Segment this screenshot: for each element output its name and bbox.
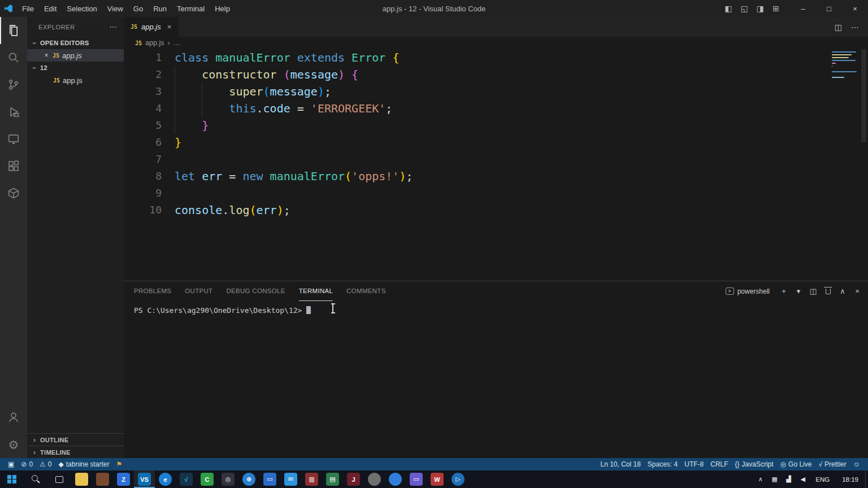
app-icon-brown[interactable] <box>92 470 113 488</box>
tab-close-icon[interactable]: × <box>167 23 172 31</box>
clock[interactable]: 18:19 <box>835 476 865 483</box>
tray-input-icon[interactable]: ▦ <box>767 470 782 488</box>
errors-status[interactable]: ⊘0 <box>18 458 36 470</box>
folder-header[interactable]: › 12 <box>27 62 124 74</box>
terminal-shell-select[interactable]: > powershell <box>726 287 770 295</box>
code-line[interactable]: 9 <box>124 185 868 202</box>
minimize-button[interactable]: – <box>790 0 816 17</box>
indentation[interactable]: Spaces: 4 <box>644 458 681 470</box>
app-icon-monitor[interactable]: ▭ <box>259 470 280 488</box>
app-icon-green[interactable]: C <box>197 470 218 488</box>
eol[interactable]: CRLF <box>707 458 731 470</box>
sidebar-more-actions[interactable]: ⋯ <box>109 23 117 31</box>
app-icon-check[interactable]: √ <box>176 470 197 488</box>
start-button[interactable] <box>0 470 24 488</box>
activity-remote-explorer[interactable] <box>0 125 27 152</box>
minimap[interactable] <box>832 51 859 80</box>
feedback[interactable]: ☺ <box>850 458 863 470</box>
code-line[interactable]: 6} <box>124 134 868 151</box>
app-icon-maroon[interactable]: J <box>343 470 364 488</box>
activity-search[interactable] <box>0 44 27 71</box>
open-editor-item[interactable]: × JS app.js <box>27 49 124 62</box>
app-icon-doc[interactable]: ▤ <box>322 470 343 488</box>
app-icon-mail[interactable]: ✉ <box>280 470 301 488</box>
tab-appjs[interactable]: JS app.js × <box>124 17 179 37</box>
language-indicator[interactable]: ENG <box>810 476 835 483</box>
code-line[interactable]: 7 <box>124 151 868 168</box>
open-editors-header[interactable]: › OPEN EDITORS <box>27 37 124 49</box>
file-explorer-icon[interactable] <box>71 470 92 488</box>
prettier[interactable]: √Prettier <box>815 458 849 470</box>
tabnine-status[interactable]: ◆tabnine starter <box>55 458 113 470</box>
app-icon-blue[interactable] <box>385 470 406 488</box>
language-mode[interactable]: {}JavaScript <box>732 458 777 470</box>
app-icon-purple[interactable]: ▭ <box>406 470 427 488</box>
timeline-section[interactable]: › TIMELINE <box>27 446 124 458</box>
code-line[interactable]: 5 } <box>124 117 868 134</box>
maximize-panel-button[interactable]: ∧ <box>839 287 847 295</box>
code-line[interactable]: 4 this.code = 'ERRORGEEK'; <box>124 100 868 117</box>
breadcrumb[interactable]: JS app.js › … <box>124 37 868 49</box>
customize-layout-icon[interactable]: ⊞ <box>770 4 782 13</box>
vscode-icon[interactable]: VS <box>134 470 155 488</box>
kill-terminal-button[interactable] <box>824 289 832 294</box>
split-terminal-button[interactable]: ◫ <box>809 287 817 295</box>
app-icon-z[interactable]: Z <box>113 470 134 488</box>
menu-view[interactable]: View <box>102 0 128 17</box>
toggle-panel-icon[interactable]: ◱ <box>738 4 750 13</box>
network-icon[interactable]: ▟ <box>782 470 796 488</box>
split-editor-icon[interactable]: ◫ <box>835 23 842 32</box>
toggle-sidebar-icon[interactable]: ◧ <box>722 4 735 13</box>
toggle-secondary-sidebar-icon[interactable]: ◨ <box>754 4 766 13</box>
encoding[interactable]: UTF-8 <box>681 458 707 470</box>
outline-section[interactable]: › OUTLINE <box>27 433 124 446</box>
go-live[interactable]: ◎Go Live <box>777 458 815 470</box>
panel-tab-output[interactable]: OUTPUT <box>185 281 212 301</box>
panel-tab-comments[interactable]: COMMENTS <box>346 281 385 301</box>
panel-tab-debug-console[interactable]: DEBUG CONSOLE <box>226 281 285 301</box>
editor-more-actions-icon[interactable]: ⋯ <box>851 23 859 32</box>
app-icon-media[interactable]: ▷ <box>448 470 468 488</box>
file-item-appjs[interactable]: JS app.js <box>27 74 124 86</box>
close-panel-button[interactable]: × <box>853 287 861 295</box>
volume-icon[interactable]: ◀ <box>796 470 810 488</box>
activity-account[interactable] <box>0 404 27 431</box>
code-line[interactable]: 1class manualError extends Error { <box>124 49 868 66</box>
warnings-status[interactable]: ⚠0 <box>36 458 55 470</box>
close-editor-icon[interactable]: × <box>43 51 50 59</box>
tabnine-flame[interactable]: ⚑ <box>113 458 126 470</box>
menu-go[interactable]: Go <box>128 0 148 17</box>
activity-extensions[interactable] <box>0 152 27 180</box>
taskbar-search-button[interactable] <box>24 470 47 488</box>
breadcrumb-tail[interactable]: … <box>173 39 181 47</box>
activity-explorer[interactable] <box>0 17 27 44</box>
code-line[interactable]: 2 constructor (message) { <box>124 66 868 83</box>
task-view-button[interactable] <box>47 470 71 488</box>
app-icon-w[interactable]: W <box>427 470 448 488</box>
app-icon-red[interactable]: ▥ <box>301 470 322 488</box>
code-line[interactable]: 8let err = new manualError('opps!'); <box>124 168 868 185</box>
activity-package[interactable] <box>0 180 27 207</box>
tray-expand-icon[interactable]: ∧ <box>753 470 767 488</box>
code-editor[interactable]: 1class manualError extends Error {2 cons… <box>124 49 868 281</box>
panel-tab-terminal[interactable]: TERMINAL <box>299 281 333 301</box>
app-icon-dark[interactable]: ◎ <box>218 470 238 488</box>
code-line[interactable]: 3 super(message); <box>124 83 868 100</box>
app-icon-gray[interactable] <box>364 470 385 488</box>
menu-edit[interactable]: Edit <box>39 0 62 17</box>
cursor-position[interactable]: Ln 10, Col 18 <box>597 458 644 470</box>
remote-indicator[interactable]: ▣ <box>5 458 18 470</box>
maximize-button[interactable]: □ <box>816 0 842 17</box>
editor-scrollbar[interactable] <box>861 49 866 142</box>
breadcrumb-file[interactable]: app.js <box>145 39 164 47</box>
terminal-picker-button[interactable]: ▾ <box>795 287 802 295</box>
panel-tab-problems[interactable]: PROBLEMS <box>134 281 171 301</box>
close-window-button[interactable]: × <box>842 0 868 17</box>
activity-run-debug[interactable] <box>0 98 27 125</box>
menu-selection[interactable]: Selection <box>62 0 102 17</box>
activity-source-control[interactable] <box>0 71 27 98</box>
edge-icon[interactable]: e <box>155 470 176 488</box>
menu-terminal[interactable]: Terminal <box>172 0 210 17</box>
new-terminal-button[interactable]: + <box>780 287 788 295</box>
show-desktop-button[interactable] <box>865 470 868 488</box>
